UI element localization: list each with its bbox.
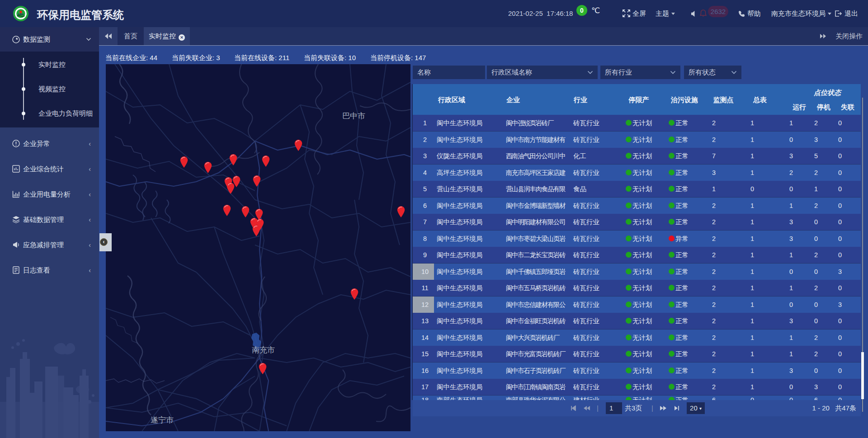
svg-text:巴中市: 巴中市 [342, 112, 365, 120]
svg-text:南充市: 南充市 [252, 346, 275, 354]
svg-text:遂宁市: 遂宁市 [151, 416, 174, 424]
